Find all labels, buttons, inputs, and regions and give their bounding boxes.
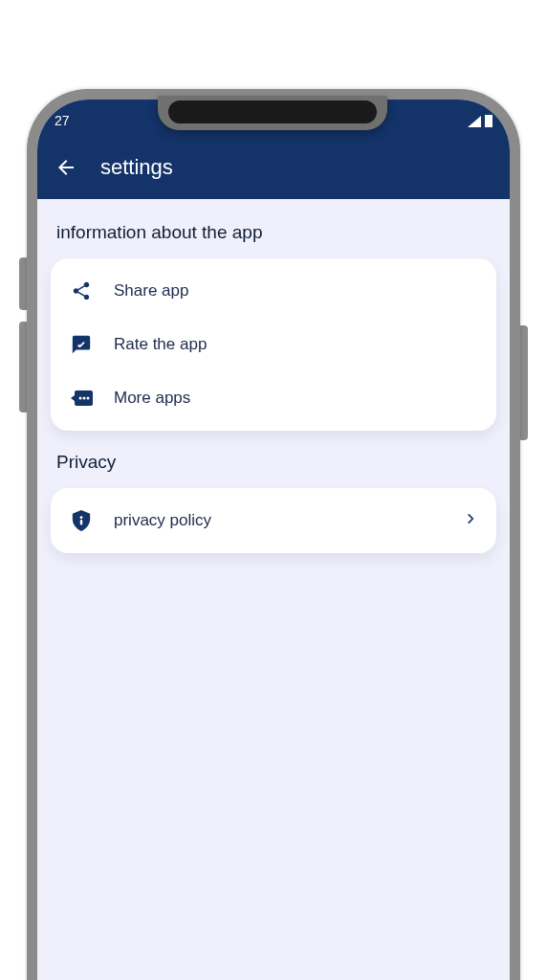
status-time: 27: [55, 113, 70, 128]
info-card: Share app Rate the app More apps: [51, 258, 496, 431]
status-icons: [468, 114, 492, 127]
svg-point-0: [79, 397, 82, 400]
device-notch-inner: [168, 100, 377, 123]
more-apps-row[interactable]: More apps: [58, 371, 489, 425]
svg-point-2: [87, 397, 90, 400]
battery-icon: [485, 115, 492, 127]
section-title-privacy: Privacy: [56, 452, 491, 473]
signal-icon: [468, 116, 481, 127]
privacy-policy-row[interactable]: privacy policy: [58, 494, 489, 547]
more-apps-label: More apps: [114, 389, 477, 408]
page-title: settings: [100, 155, 173, 180]
back-button[interactable]: [55, 156, 77, 179]
share-app-row[interactable]: Share app: [58, 264, 489, 318]
rate-icon: [70, 333, 93, 356]
privacy-policy-label: privacy policy: [114, 511, 443, 530]
device-frame: 27 settings information about the app: [27, 89, 520, 980]
app-bar: settings: [55, 155, 492, 180]
arrow-left-icon: [55, 156, 77, 179]
privacy-shield-icon: [70, 509, 93, 532]
screen: 27 settings information about the app: [37, 100, 510, 980]
privacy-card: privacy policy: [51, 488, 496, 553]
share-app-label: Share app: [114, 281, 477, 301]
section-title-info: information about the app: [56, 222, 491, 243]
svg-rect-4: [80, 520, 82, 525]
content-area: information about the app Share app Rate…: [37, 199, 510, 980]
svg-point-1: [83, 397, 86, 400]
share-icon: [70, 279, 93, 302]
rate-app-label: Rate the app: [114, 335, 477, 354]
rate-app-row[interactable]: Rate the app: [58, 318, 489, 371]
more-apps-icon: [70, 387, 93, 410]
svg-point-3: [80, 516, 83, 519]
chevron-right-icon: [464, 511, 477, 530]
